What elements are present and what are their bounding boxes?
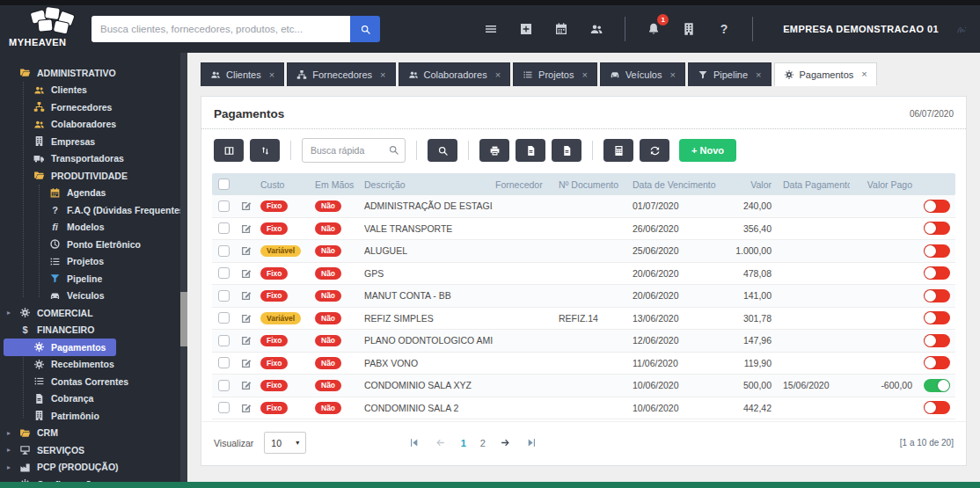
pago-toggle[interactable] bbox=[924, 311, 950, 324]
row-checkbox[interactable] bbox=[218, 222, 230, 234]
tab-close-icon[interactable]: × bbox=[380, 70, 385, 80]
col-em-maos[interactable]: Em Mãos bbox=[312, 179, 362, 190]
sidebar-item-produtividade[interactable]: PRODUTIVIDADE bbox=[0, 167, 187, 185]
col-documento[interactable]: Nº Documento bbox=[556, 179, 630, 190]
refresh-button[interactable] bbox=[640, 139, 669, 162]
tab-fornecedores[interactable]: Fornecedores× bbox=[287, 62, 395, 86]
edit-icon[interactable] bbox=[240, 200, 252, 212]
row-checkbox[interactable] bbox=[218, 245, 230, 257]
select-all-checkbox[interactable] bbox=[218, 178, 230, 190]
new-payment-button[interactable]: + Novo bbox=[679, 139, 736, 162]
tab-close-icon[interactable]: × bbox=[669, 70, 675, 80]
global-search-input[interactable] bbox=[91, 16, 350, 42]
row-checkbox[interactable] bbox=[218, 290, 230, 302]
col-valor-pago[interactable]: Valor Pago bbox=[850, 179, 915, 190]
print-button[interactable] bbox=[479, 139, 509, 162]
col-valor[interactable]: Valor bbox=[718, 179, 774, 190]
sidebar-item-veiculos[interactable]: Veículos bbox=[0, 288, 187, 305]
tab-close-icon[interactable]: × bbox=[756, 70, 761, 80]
pago-toggle[interactable] bbox=[924, 200, 950, 213]
sidebar-item-fornecedores[interactable]: Fornecedores bbox=[0, 98, 187, 116]
edit-icon[interactable] bbox=[240, 357, 252, 369]
calendar-button[interactable] bbox=[544, 14, 579, 44]
export-pdf-button[interactable] bbox=[516, 139, 545, 162]
edit-icon[interactable] bbox=[240, 402, 252, 414]
col-custo[interactable]: Custo bbox=[258, 179, 312, 190]
edit-icon[interactable] bbox=[240, 222, 252, 235]
row-checkbox[interactable] bbox=[218, 402, 230, 413]
edit-icon[interactable] bbox=[240, 289, 252, 302]
advanced-search-button[interactable] bbox=[428, 139, 457, 162]
tab-close-icon[interactable]: × bbox=[581, 70, 587, 80]
pago-toggle[interactable] bbox=[924, 289, 950, 302]
sidebar-item-faq[interactable]: ?F.A.Q (Dúvidas Frequentes) bbox=[0, 201, 187, 219]
tab-pagamentos[interactable]: Pagamentos× bbox=[774, 62, 877, 86]
users-button[interactable] bbox=[579, 14, 614, 44]
sidebar-item-configuracoes[interactable]: Configurações bbox=[0, 476, 187, 482]
sidebar-item-financeiro[interactable]: $FINANCEIRO bbox=[0, 322, 187, 339]
sidebar-scrollbar-thumb[interactable] bbox=[180, 292, 187, 346]
company-button[interactable] bbox=[671, 14, 706, 44]
edit-icon[interactable] bbox=[240, 244, 252, 257]
sidebar-item-recebimentos[interactable]: Recebimentos bbox=[0, 356, 187, 374]
tab-clientes[interactable]: Clientes× bbox=[201, 62, 284, 86]
notifications-button[interactable]: 1 bbox=[636, 14, 671, 44]
sidebar-item-pipeline[interactable]: Pipeline bbox=[0, 270, 187, 288]
pago-toggle[interactable] bbox=[924, 266, 950, 280]
export-excel-button[interactable] bbox=[552, 139, 581, 162]
pago-toggle[interactable] bbox=[924, 334, 950, 347]
tab-close-icon[interactable]: × bbox=[269, 70, 274, 80]
tab-close-icon[interactable]: × bbox=[861, 69, 867, 79]
pago-toggle[interactable] bbox=[924, 379, 950, 392]
row-checkbox[interactable] bbox=[218, 267, 230, 279]
edit-icon[interactable] bbox=[240, 312, 252, 324]
edit-icon[interactable] bbox=[240, 334, 252, 346]
page-number-1[interactable]: 1 bbox=[461, 438, 466, 448]
sidebar-item-crm[interactable]: ▸CRM bbox=[0, 425, 187, 442]
prev-page-button[interactable] bbox=[435, 437, 447, 449]
row-checkbox[interactable] bbox=[218, 380, 230, 391]
page-number-2[interactable]: 2 bbox=[480, 438, 486, 448]
sidebar-item-administrativo[interactable]: ADMINISTRATIVO bbox=[0, 64, 187, 82]
columns-button[interactable] bbox=[214, 139, 244, 162]
sidebar-item-contas-correntes[interactable]: Contas Correntes bbox=[0, 373, 187, 390]
tab-pipeline[interactable]: Pipeline× bbox=[688, 62, 772, 86]
sidebar-item-clientes[interactable]: Clientes bbox=[0, 82, 187, 99]
pago-toggle[interactable] bbox=[924, 244, 950, 258]
tab-colaboradores[interactable]: Colaboradores× bbox=[399, 62, 511, 86]
help-button[interactable]: ? bbox=[706, 14, 742, 44]
tab-close-icon[interactable]: × bbox=[495, 70, 501, 80]
next-page-button[interactable] bbox=[500, 437, 512, 449]
pago-toggle[interactable] bbox=[924, 401, 950, 414]
sidebar-item-servicos[interactable]: ▸SERVIÇOS bbox=[0, 441, 187, 459]
pago-toggle[interactable] bbox=[924, 356, 950, 369]
last-page-button[interactable] bbox=[526, 437, 538, 449]
row-checkbox[interactable] bbox=[218, 335, 230, 346]
col-descricao[interactable]: Descrição bbox=[362, 179, 493, 190]
sidebar-item-transportadoras[interactable]: Transportadoras bbox=[0, 150, 187, 168]
col-vencimento[interactable]: Data de Vencimento bbox=[630, 179, 718, 190]
sidebar-item-pagamentos[interactable]: Pagamentos bbox=[4, 339, 116, 356]
pago-toggle[interactable] bbox=[924, 222, 950, 235]
sidebar-item-cobranca[interactable]: Cobrança bbox=[0, 390, 187, 408]
sidebar-item-pcp[interactable]: ▸PCP (PRODUÇÃO) bbox=[0, 459, 187, 477]
sidebar-item-empresas[interactable]: Empresas bbox=[0, 133, 187, 150]
menu-button[interactable] bbox=[473, 14, 508, 44]
tab-veiculos[interactable]: Veículos× bbox=[600, 62, 685, 86]
row-checkbox[interactable] bbox=[218, 312, 230, 324]
page-size-select[interactable]: 10 ▾ bbox=[264, 432, 306, 454]
edit-icon[interactable] bbox=[240, 267, 252, 280]
edit-icon[interactable] bbox=[240, 379, 252, 391]
sidebar-item-colaboradores[interactable]: Colaboradores bbox=[0, 116, 187, 134]
row-checkbox[interactable] bbox=[218, 357, 230, 368]
quick-add-button[interactable] bbox=[508, 14, 544, 44]
sidebar-scrollbar[interactable] bbox=[180, 53, 187, 482]
row-checkbox[interactable] bbox=[218, 200, 230, 212]
sort-button[interactable] bbox=[250, 139, 280, 162]
calculator-button[interactable] bbox=[603, 139, 633, 162]
col-data-pagamento[interactable]: Data Pagamento bbox=[774, 179, 850, 190]
sidebar-item-projetos[interactable]: Projetos bbox=[0, 253, 187, 271]
sidebar-item-agendas[interactable]: Agendas bbox=[0, 185, 187, 202]
sidebar-item-ponto-eletronico[interactable]: Ponto Eletrônico bbox=[0, 236, 187, 253]
sidebar-item-patrimonio[interactable]: Patrimônio bbox=[0, 407, 187, 425]
